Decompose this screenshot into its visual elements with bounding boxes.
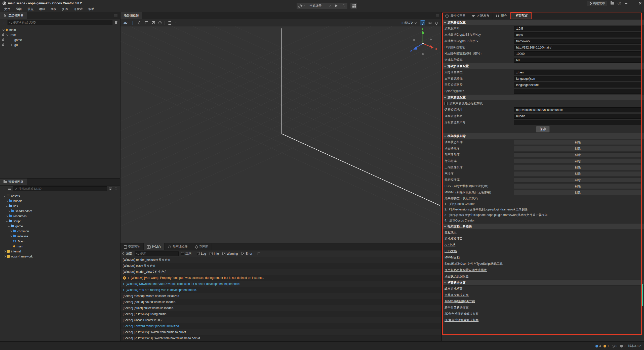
anchor-tool-button[interactable]: [158, 21, 162, 25]
field-input[interactable]: language/json: [514, 76, 641, 81]
preview-device-button[interactable]: [297, 3, 307, 9]
section-game-basic-config[interactable]: 游戏基础配置: [442, 19, 644, 25]
menu-item[interactable]: 文件: [2, 7, 13, 11]
menu-item[interactable]: 帮助: [86, 7, 97, 11]
asset-node[interactable]: resources: [0, 214, 120, 219]
remove-module-button[interactable]: 剔除: [514, 178, 641, 183]
field-input[interactable]: framework: [514, 39, 641, 44]
console-log-row[interactable]: [Scene] Forward render pipeline initiali…: [120, 323, 441, 329]
caret-icon[interactable]: [10, 235, 12, 237]
panel-menu-icon[interactable]: [114, 15, 117, 17]
open-folder-icon[interactable]: [611, 2, 614, 5]
doc-link[interactable]: 教程项目: [445, 229, 457, 236]
doc-link[interactable]: 动画状态机编辑器: [445, 273, 469, 280]
assets-search[interactable]: [13, 186, 107, 191]
console-log-row[interactable]: [Window] You are running Vue in developm…: [120, 287, 441, 293]
tab-hierarchy[interactable]: 层级管理器: [0, 12, 27, 19]
remove-module-button[interactable]: 剔除: [514, 146, 641, 151]
lighting-toggle-button[interactable]: [420, 20, 425, 25]
solution-link[interactable]: 战棋游戏框架: [445, 286, 463, 292]
build-publish-button[interactable]: 构建发布: [587, 1, 607, 6]
caret-icon[interactable]: [6, 200, 8, 202]
hierarchy-node[interactable]: game: [0, 37, 120, 42]
doc-link[interactable]: MVVM文档: [445, 254, 460, 261]
log-file-icon[interactable]: [258, 252, 260, 255]
asset-node[interactable]: main: [0, 244, 120, 249]
caret-icon[interactable]: [8, 225, 10, 227]
remove-module-button[interactable]: 剔除: [514, 184, 641, 189]
asset-node[interactable]: assets: [0, 194, 120, 199]
save-button[interactable]: 保存: [536, 126, 550, 133]
remove-module-button[interactable]: 剔除: [514, 152, 641, 157]
hierarchy-node[interactable]: main: [0, 27, 120, 32]
help-icon[interactable]: [618, 2, 621, 5]
inspector-tab[interactable]: 构建发布: [469, 12, 493, 19]
inspector-tab[interactable]: 属性检查器: [442, 12, 469, 19]
preview-qr-button[interactable]: [350, 3, 357, 9]
scrollbar-thumb[interactable]: [641, 284, 643, 306]
axis-gizmo[interactable]: X Y Z: [408, 27, 438, 58]
checkbox[interactable]: [241, 252, 244, 255]
doc-link[interactable]: Excel格式转Json文件与TypeScript代码工具: [445, 261, 503, 267]
play-button[interactable]: [333, 3, 340, 9]
field-input[interactable]: [514, 120, 641, 125]
section-i18n-config[interactable]: 游戏多语言配置: [442, 63, 644, 69]
section-resource-config[interactable]: 游戏资源配置: [442, 94, 644, 100]
caret-icon[interactable]: [6, 215, 8, 217]
expand-caret-icon[interactable]: [123, 289, 124, 291]
refresh-icon[interactable]: [115, 188, 117, 190]
maximize-button[interactable]: [631, 2, 635, 5]
hierarchy-search[interactable]: [8, 20, 112, 25]
solution-link[interactable]: 3D角色扮演游戏解决方案: [445, 317, 478, 323]
create-node-button[interactable]: [2, 21, 6, 25]
grid-snap-button[interactable]: [167, 21, 172, 25]
asset-node[interactable]: internal: [0, 249, 120, 254]
remove-module-button[interactable]: 剔除: [514, 159, 641, 164]
hierarchy-node[interactable]: root: [0, 32, 120, 37]
console-log-row[interactable]: [Scene] [bullet]:bullet wasm lib loaded.: [120, 305, 441, 311]
solution-link[interactable]: 新手引导解决方案: [445, 304, 469, 311]
mode-3d-toggle[interactable]: 3D: [124, 21, 127, 25]
remove-module-button[interactable]: 剔除: [514, 190, 641, 195]
scene-settings-button[interactable]: [434, 21, 439, 25]
console-tab[interactable]: 动画图: [191, 243, 212, 250]
checkbox[interactable]: [222, 252, 225, 255]
scale-tool-button[interactable]: [151, 21, 155, 25]
menu-item[interactable]: 开发者: [71, 7, 86, 11]
tab-scene-editor[interactable]: 场景编辑器: [120, 12, 142, 19]
console-tab[interactable]: 资源预览: [120, 243, 144, 250]
solution-link[interactable]: 2D角色扮演游戏解决方案: [445, 311, 478, 317]
regex-checkbox[interactable]: 正则: [181, 251, 191, 256]
filter-icon[interactable]: [114, 21, 118, 25]
panel-menu-icon[interactable]: [114, 181, 117, 183]
magnet-snap-button[interactable]: [174, 21, 178, 25]
rect-tool-button[interactable]: [144, 21, 149, 25]
field-input[interactable]: oops: [514, 32, 641, 37]
asset-node[interactable]: libs: [0, 204, 120, 209]
menu-item[interactable]: 扩展: [59, 7, 71, 11]
doc-link[interactable]: ECS文档: [445, 248, 457, 254]
close-button[interactable]: [638, 2, 642, 5]
asset-node[interactable]: bundle: [0, 199, 120, 204]
caret-icon[interactable]: [3, 29, 5, 31]
asset-node[interactable]: game: [0, 224, 120, 229]
rotate-tool-button[interactable]: [137, 21, 142, 25]
asset-node[interactable]: script: [0, 219, 120, 224]
create-asset-button[interactable]: [2, 187, 6, 191]
caret-icon[interactable]: [4, 250, 6, 252]
panel-menu-icon[interactable]: [436, 246, 439, 248]
console-log-row[interactable]: [Window] [Vue warn]: Property "onInput" …: [120, 275, 441, 281]
console-log-row[interactable]: [Scene] [PHYSICS]: switch from builtin t…: [120, 329, 441, 335]
console-log-row[interactable]: [Scene] [PHYSICS2D]: switch from box2d-w…: [120, 335, 441, 341]
hierarchy-search-input[interactable]: [13, 21, 111, 24]
minimize-button[interactable]: [624, 2, 628, 5]
render-mode-dropdown[interactable]: 正常渲染: [400, 20, 418, 26]
console-log-row[interactable]: [Scene] [PHYSICS]: using builtin.: [120, 311, 441, 317]
remove-module-button[interactable]: 剔除: [514, 140, 641, 145]
console-log-row[interactable]: [Scene] meshopt wasm decoder initialized: [120, 293, 441, 299]
step-button[interactable]: [340, 3, 347, 9]
checkbox[interactable]: [181, 252, 184, 255]
section-doc-links[interactable]: 框架文档工具链接: [442, 223, 644, 229]
log-filter-checkbox[interactable]: Info: [210, 252, 219, 255]
field-input[interactable]: http://192.168.0.150/main/: [514, 45, 641, 50]
